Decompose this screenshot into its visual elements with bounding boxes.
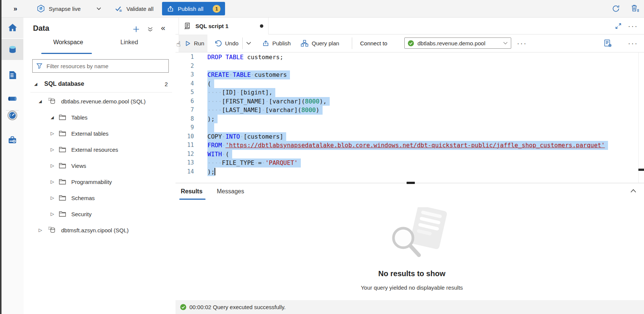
- expand-menu-icon[interactable]: »: [14, 0, 17, 17]
- run-options-chevron-icon[interactable]: [246, 34, 251, 52]
- code-line-11[interactable]: 11FROM·'https://dbtlabsynapsedatalake.bl…: [176, 141, 644, 150]
- tree-item-programmability[interactable]: ▷Programmability: [24, 175, 176, 189]
- code-text: COPY·INTO·[customers]: [207, 132, 286, 141]
- tree-root-label: SQL database: [44, 81, 84, 87]
- tab-workspace[interactable]: Workspace: [53, 39, 83, 46]
- refresh-icon[interactable]: [612, 4, 620, 13]
- toolbar-overflow-icon[interactable]: ···: [628, 39, 638, 47]
- tree-item-schemas[interactable]: ▷Schemas: [24, 191, 176, 205]
- tree-root-sql-database[interactable]: ◢ SQL database 2: [24, 77, 176, 91]
- publish-button[interactable]: Publish: [263, 34, 291, 52]
- line-number: 13: [176, 158, 194, 167]
- code-line-4[interactable]: 4(: [176, 79, 644, 88]
- editor-toolbar: Run Undo Publish Query plan Connect to: [176, 34, 644, 52]
- empty-state-title: No results to show: [299, 269, 524, 278]
- tree-expand-icon[interactable]: ▷: [51, 179, 54, 184]
- selection-highlight: FROM·'https://dbtlabsynapsedatalake.blob…: [207, 141, 608, 150]
- divider: [30, 92, 172, 93]
- tree-collapse-icon[interactable]: ◢: [39, 99, 42, 104]
- tree-item-label: Schemas: [71, 195, 95, 201]
- overview-ruler-cursor-mark: [638, 169, 644, 171]
- tree-expand-icon[interactable]: ▷: [51, 131, 54, 136]
- tree-item-dbtmsft-azsyn-cipool-sql[interactable]: ▷dbtmsft.azsyn.cipool (SQL): [24, 223, 176, 237]
- code-text: CREATE·TABLE·customers: [207, 70, 290, 79]
- code-line-13[interactable]: 13····FILE_TYPE·=·'PARQUET': [176, 158, 644, 167]
- code-line-6[interactable]: 6····[FIRST_NAME]·[varchar](8000),: [176, 97, 644, 106]
- nav-manage[interactable]: [2, 129, 23, 150]
- tree-expand-icon[interactable]: ▷: [51, 211, 54, 217]
- tree-item-dbtlabs-revenue-demo-pool-sql[interactable]: ◢dbtlabs.revenue.demo.pool (SQL): [24, 94, 176, 108]
- toolbar-more-actions-icon[interactable]: ···: [517, 39, 527, 47]
- query-plan-button[interactable]: Query plan: [301, 34, 339, 52]
- properties-icon[interactable]: [603, 39, 612, 48]
- publish-icon: [263, 40, 269, 46]
- selection-highlight: );: [207, 167, 215, 176]
- status-message: 00:00:02 Query executed successfully.: [189, 304, 286, 310]
- sql-script-icon: [183, 22, 191, 30]
- tree-expand-icon[interactable]: ◢: [34, 82, 37, 87]
- chevron-down-icon: [503, 42, 508, 45]
- tree-item-security[interactable]: ▷Security: [24, 207, 176, 221]
- line-number: 10: [176, 132, 194, 141]
- code-line-7[interactable]: 7····[LAST_NAME]·[varchar](8000): [176, 106, 644, 115]
- validate-all-button[interactable]: Validate all: [115, 0, 153, 17]
- nav-data-active[interactable]: [2, 39, 23, 60]
- expand-editor-icon[interactable]: [615, 23, 621, 29]
- code-text: [207, 123, 214, 132]
- no-results-illustration: [380, 207, 447, 267]
- code-line-9[interactable]: 9: [176, 123, 644, 132]
- tree-collapse-icon[interactable]: ◢: [51, 115, 54, 120]
- filter-box[interactable]: [32, 59, 169, 73]
- selection-highlight: ····[LAST_NAME]·[varchar](8000): [207, 106, 323, 115]
- run-button[interactable]: Run: [179, 34, 207, 52]
- line-number: 8: [176, 115, 194, 124]
- tree-item-tables[interactable]: ◢Tables: [24, 110, 176, 124]
- publish-count-badge: 1: [213, 5, 221, 13]
- editor-tab-strip: SQL script 1 ···: [176, 17, 644, 34]
- code-line-2[interactable]: 2: [176, 62, 644, 71]
- nav-home[interactable]: [2, 17, 23, 38]
- code-line-5[interactable]: 5····[ID]·[bigint],: [176, 88, 644, 97]
- add-resource-button[interactable]: [132, 25, 140, 33]
- selection-highlight: );: [207, 115, 218, 124]
- collapse-panel-icon[interactable]: «: [161, 23, 165, 32]
- code-line-1[interactable]: 1DROP TABLE customers;: [176, 53, 644, 62]
- tree-expand-icon[interactable]: ▷: [39, 227, 42, 233]
- tree-item-views[interactable]: ▷Views: [24, 158, 176, 173]
- undo-button[interactable]: Undo: [215, 34, 239, 52]
- tree-expand-icon[interactable]: ▷: [51, 195, 54, 200]
- tree-expand-icon[interactable]: ▷: [51, 163, 54, 168]
- tree-item-external-resources[interactable]: ▷External resources: [24, 142, 176, 157]
- code-text: WITH·(: [207, 150, 232, 159]
- toolbar-separator: [242, 37, 243, 49]
- code-line-3[interactable]: 3CREATE·TABLE·customers: [176, 70, 644, 79]
- tree-expand-icon[interactable]: ▷: [51, 147, 54, 152]
- line-number: 4: [176, 79, 194, 88]
- nav-develop[interactable]: [2, 64, 23, 85]
- filter-input[interactable]: [46, 63, 165, 70]
- tab-results[interactable]: Results: [181, 183, 203, 199]
- tab-sql-script-1[interactable]: SQL script 1: [179, 17, 269, 34]
- discard-all-icon[interactable]: [631, 4, 640, 13]
- code-line-10[interactable]: 10COPY·INTO·[customers]: [176, 132, 644, 141]
- editor-scrollbar-track[interactable]: [638, 52, 639, 183]
- line-number: 2: [176, 62, 194, 71]
- data-panel: Data « Workspace Linked ◢ SQL database 2…: [24, 17, 176, 314]
- code-line-12[interactable]: 12WITH·(: [176, 150, 644, 159]
- collapse-results-chevron-up-icon[interactable]: [630, 188, 636, 193]
- tab-messages[interactable]: Messages: [217, 183, 244, 199]
- pool-select-dropdown[interactable]: dbtlabs.revenue.demo.pool: [404, 37, 511, 49]
- code-line-14[interactable]: 14);: [176, 167, 644, 176]
- code-line-8[interactable]: 8);: [176, 115, 644, 124]
- tree-item-external-tables[interactable]: ▷External tables: [24, 126, 176, 141]
- connect-to-label: Connect to: [360, 34, 387, 52]
- tab-more-actions-icon[interactable]: ···: [628, 22, 638, 30]
- synapse-live-icon: [37, 4, 45, 13]
- sql-code-editor[interactable]: 1DROP TABLE customers;23CREATE·TABLE·cus…: [176, 52, 644, 183]
- collapse-all-icon[interactable]: [147, 27, 153, 32]
- nav-monitor[interactable]: [2, 105, 23, 126]
- synapse-live-dropdown[interactable]: Synapse live: [37, 0, 101, 17]
- undo-label: Undo: [225, 40, 239, 46]
- tab-linked[interactable]: Linked: [120, 39, 138, 46]
- publish-all-button[interactable]: Publish all 1: [162, 2, 225, 15]
